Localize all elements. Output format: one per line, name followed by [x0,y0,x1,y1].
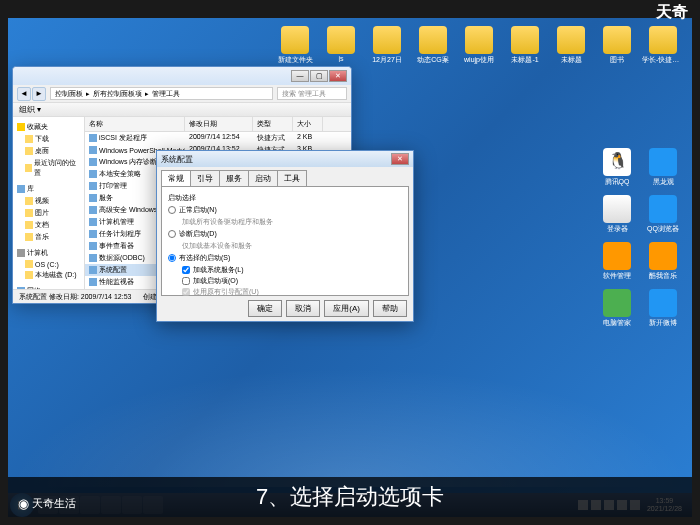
desktop-icon[interactable]: 酷我音乐 [642,242,684,281]
section-label: 启动选择 [168,193,402,203]
breadcrumb-item[interactable]: 控制面板 [55,89,83,99]
watermark-top: 天奇 [656,2,688,23]
icon-label: QQ浏览器 [647,224,679,234]
tab-常规[interactable]: 常规 [161,170,191,186]
desktop-icon[interactable]: 12月27日 [366,26,408,65]
nav-tree: 收藏夹下载桌面最近访问的位置库视频图片文档音乐计算机OS (C:)本地磁盘 (D… [13,117,85,289]
icon-label: 动态CG案 [417,55,449,65]
desktop-icon[interactable]: 电脑管家 [596,289,638,328]
app-icon [603,148,631,176]
app-icon [649,289,677,317]
tree-group[interactable]: 库 [15,183,82,195]
icon-label: 登录器 [607,224,628,234]
col-name[interactable]: 名称 [85,117,185,131]
minimize-button[interactable]: — [291,70,309,82]
folder-icon [511,26,539,54]
desktop-icons-top: 新建文件夹js12月27日动态CG案wiujp使用未标题-1未标题图书学长-快捷… [274,26,684,65]
check-load-services[interactable]: 加载系统服务(L) [182,265,402,275]
icon-label: js [338,55,343,62]
icon-label: 黑龙观 [653,177,674,187]
tree-item[interactable]: 图片 [15,207,82,219]
desktop-icon[interactable]: 学长-快捷方式 [642,26,684,65]
app-icon [603,195,631,223]
folder-icon [465,26,493,54]
desktop: 新建文件夹js12月27日动态CG案wiujp使用未标题-1未标题图书学长-快捷… [8,18,692,517]
search-input[interactable]: 搜索 管理工具 [277,87,347,100]
col-type[interactable]: 类型 [253,117,293,131]
desktop-icon[interactable]: QQ浏览器 [642,195,684,234]
file-row[interactable]: iSCSI 发起程序2009/7/14 12:54快捷方式2 KB [85,132,351,144]
ok-button[interactable]: 确定 [248,300,282,317]
folder-icon [557,26,585,54]
desktop-icon[interactable]: js [320,26,362,65]
msconfig-dialog: 系统配置 ✕ 常规引导服务启动工具 启动选择 正常启动(N) 加载所有设备驱动程… [156,150,414,322]
app-icon [649,242,677,270]
desktop-icon[interactable]: 腾讯QQ [596,148,638,187]
desktop-icon[interactable]: 黑龙观 [642,148,684,187]
desktop-icon[interactable]: wiujp使用 [458,26,500,65]
maximize-button[interactable]: ▢ [310,70,328,82]
breadcrumb-item[interactable]: 管理工具 [152,89,180,99]
tree-group[interactable]: 网络 [15,285,82,289]
desktop-icon[interactable]: 未标题 [550,26,592,65]
caption-logo: 天奇生活 [18,496,76,511]
status-item: 系统配置 修改日期: 2009/7/14 12:53 [19,292,131,302]
desktop-icon[interactable]: 图书 [596,26,638,65]
shortcut-icon [89,266,97,274]
tree-item[interactable]: OS (C:) [15,259,82,269]
dialog-buttons: 确定 取消 应用(A) 帮助 [157,300,413,321]
check-original-boot[interactable]: 使用原有引导配置(U) [182,287,402,297]
desktop-icon[interactable]: 未标题-1 [504,26,546,65]
shortcut-icon [89,158,97,166]
app-icon [649,148,677,176]
desktop-icon[interactable]: 登录器 [596,195,638,234]
folder-icon [649,26,677,54]
shortcut-icon [89,242,97,250]
check-load-startup[interactable]: 加载启动项(O) [182,276,402,286]
breadcrumb-item[interactable]: 所有控制面板项 [93,89,142,99]
tab-工具[interactable]: 工具 [277,170,307,186]
radio-normal-desc: 加载所有设备驱动程序和服务 [182,217,402,227]
nav-fwd-button[interactable]: ► [32,87,46,101]
icon-label: 腾讯QQ [605,177,630,187]
tree-item[interactable]: 桌面 [15,145,82,157]
tree-item[interactable]: 视频 [15,195,82,207]
desktop-icon[interactable]: 新开微博 [642,289,684,328]
close-button[interactable]: ✕ [329,70,347,82]
msconfig-titlebar[interactable]: 系统配置 ✕ [157,151,413,167]
tree-item[interactable]: 下载 [15,133,82,145]
breadcrumb[interactable]: 控制面板 ▸ 所有控制面板项 ▸ 管理工具 [50,87,273,100]
explorer-titlebar[interactable]: — ▢ ✕ [13,67,351,85]
app-icon [649,195,677,223]
col-date[interactable]: 修改日期 [185,117,253,131]
desktop-icon[interactable]: 软件管理 [596,242,638,281]
column-headers[interactable]: 名称 修改日期 类型 大小 [85,117,351,132]
tab-启动[interactable]: 启动 [248,170,278,186]
nav-back-button[interactable]: ◄ [17,87,31,101]
shortcut-icon [89,278,97,286]
desktop-icon[interactable]: 新建文件夹 [274,26,316,65]
tree-item[interactable]: 最近访问的位置 [15,157,82,179]
dialog-close-button[interactable]: ✕ [391,153,409,165]
radio-normal-startup[interactable]: 正常启动(N) [168,205,402,215]
help-button[interactable]: 帮助 [373,300,407,317]
tree-item[interactable]: 本地磁盘 (D:) [15,269,82,281]
icon-label: 学长-快捷方式 [642,55,684,65]
organize-menu[interactable]: 组织 ▾ [19,104,41,115]
cancel-button[interactable]: 取消 [286,300,320,317]
desktop-icon[interactable]: 动态CG案 [412,26,454,65]
radio-diagnostic-startup[interactable]: 诊断启动(D) [168,229,402,239]
tree-group[interactable]: 计算机 [15,247,82,259]
apply-button[interactable]: 应用(A) [324,300,369,317]
dialog-title: 系统配置 [161,154,193,165]
tree-item[interactable]: 音乐 [15,231,82,243]
shortcut-icon [89,194,97,202]
radio-selective-startup[interactable]: 有选择的启动(S) [168,253,402,263]
col-size[interactable]: 大小 [293,117,323,131]
tab-引导[interactable]: 引导 [190,170,220,186]
tree-item[interactable]: 文档 [15,219,82,231]
tab-content-general: 启动选择 正常启动(N) 加载所有设备驱动程序和服务 诊断启动(D) 仅加载基本… [161,186,409,296]
desktop-icons-right: 腾讯QQ黑龙观登录器QQ浏览器软件管理酷我音乐电脑管家新开微博 [596,148,684,328]
tree-group[interactable]: 收藏夹 [15,121,82,133]
tab-服务[interactable]: 服务 [219,170,249,186]
